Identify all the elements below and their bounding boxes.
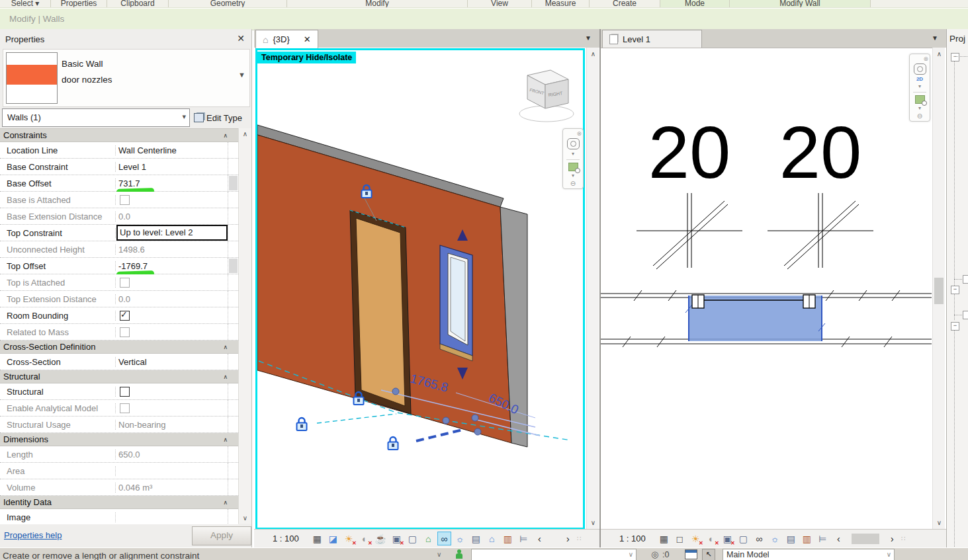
scroll-up-icon[interactable]: ∧	[587, 50, 599, 58]
crop-view-icon[interactable]: ▣✕	[390, 532, 404, 545]
property-value[interactable]: Up to level: Level 2	[116, 225, 228, 241]
worksharing-icon[interactable]	[455, 549, 463, 559]
hscrollbar-thumb[interactable]	[852, 534, 879, 544]
property-value[interactable]: -1769.7	[116, 258, 228, 274]
section-header[interactable]: Structural∧	[0, 370, 238, 383]
property-value-text[interactable]: 0.0	[118, 294, 130, 304]
analytical-model-icon[interactable]: ⌂	[485, 532, 499, 545]
zoom-dropdown-icon[interactable]: ▾	[572, 173, 574, 179]
workset-combo[interactable]: ∨	[471, 549, 637, 560]
property-value[interactable]	[116, 509, 228, 524]
ribbon-panel-clipboard[interactable]: Clipboard	[107, 0, 169, 8]
displacement-sets-icon[interactable]: ▥	[800, 532, 814, 545]
properties-close-icon[interactable]: ✕	[237, 33, 245, 44]
steering-wheel-icon[interactable]	[567, 138, 580, 149]
detail-level-icon[interactable]: ▦	[310, 532, 324, 545]
checkbox[interactable]	[120, 311, 130, 321]
reveal-constraints-icon[interactable]: ⊨	[517, 532, 531, 545]
shadows-icon[interactable]: ◐✕	[358, 532, 372, 545]
door[interactable]	[350, 210, 411, 414]
tab-3d-view[interactable]: ⌂ {3D} ✕	[255, 30, 318, 48]
property-value-text[interactable]: 0.0	[118, 212, 130, 221]
constraint-lock-icon[interactable]	[297, 418, 307, 430]
tab-level1-view[interactable]: Level 1	[602, 30, 702, 48]
property-value-text[interactable]: 0.046 m³	[118, 483, 152, 493]
property-value[interactable]: Level 1	[116, 159, 228, 175]
panel-toggle-icon[interactable]	[685, 549, 697, 559]
property-value[interactable]: Wall Centerline	[116, 142, 228, 158]
navbar-close-icon[interactable]: ⊗	[923, 56, 928, 62]
element-filter-chevron-down-icon[interactable]: ▾	[182, 112, 186, 121]
property-row[interactable]: Image	[0, 509, 238, 524]
constraint-lock-icon[interactable]	[388, 437, 398, 450]
crop-visibility-icon[interactable]: ▢	[406, 532, 419, 545]
property-value-text[interactable]: 650.0	[118, 450, 140, 460]
property-row[interactable]: Room Bounding	[0, 307, 238, 324]
view-item-icon[interactable]	[963, 275, 968, 284]
view3d-vertical-scrollbar[interactable]: ∧ ∨	[586, 48, 599, 529]
visual-style-2d-icon[interactable]: ◻	[673, 532, 687, 545]
grid-intersection-marker[interactable]	[637, 193, 742, 269]
property-value[interactable]: Vertical	[116, 354, 228, 370]
navbar-close-icon[interactable]: ⊗	[576, 130, 582, 137]
displacement-sets-icon[interactable]: ▥	[501, 532, 515, 545]
property-row[interactable]: Top is Attached	[0, 274, 238, 291]
property-value[interactable]: 1498.6	[116, 241, 228, 257]
property-row[interactable]: Base Extension Distance0.0	[0, 208, 238, 225]
view3d-tab-menu-icon[interactable]: ▼	[585, 34, 592, 42]
plan-tab-menu-icon[interactable]: ▼	[932, 34, 938, 42]
properties-help-link[interactable]: Properties help	[4, 530, 62, 540]
status-chevron-down-icon[interactable]: ∨	[437, 551, 441, 558]
grid-label-20-left[interactable]: 20	[648, 111, 731, 194]
combo-chevron-down-icon[interactable]: ∨	[887, 551, 891, 558]
property-row[interactable]: Unconnected Height1498.6	[0, 241, 238, 258]
zoom-dropdown-icon[interactable]: ▾	[918, 105, 921, 111]
visual-style-3d-icon[interactable]: ◪	[326, 532, 340, 545]
reference-line-short[interactable]	[317, 414, 396, 423]
zoom-region-icon[interactable]	[568, 163, 578, 171]
combo-chevron-down-icon[interactable]: ∨	[629, 551, 633, 558]
property-value[interactable]: 0.0	[116, 291, 228, 307]
locked-3d-icon[interactable]: ⌂	[421, 532, 435, 545]
edit-type-button[interactable]: Edit Type	[193, 108, 251, 127]
type-selector[interactable]: Basic Wall door nozzles ▼	[3, 49, 250, 107]
property-row[interactable]: Structural UsageNon-bearing	[0, 417, 238, 433]
resize-grip-icon[interactable]: ∷	[901, 535, 906, 542]
property-value-text[interactable]: Level 1	[118, 162, 146, 172]
scroll-down-icon[interactable]: ∨	[933, 519, 946, 526]
property-value[interactable]	[116, 400, 228, 416]
property-value[interactable]: 0.046 m³	[116, 479, 228, 495]
temp-hide-isolate-active-icon[interactable]: ∞	[437, 532, 451, 545]
property-row[interactable]: Enable Analytical Model	[0, 400, 238, 417]
ribbon-panel-create[interactable]: Create	[590, 0, 660, 8]
crop-visibility-icon[interactable]: ▢	[736, 532, 750, 545]
plan-vertical-scrollbar[interactable]: ∧ ∨	[932, 48, 945, 529]
zoom-region-icon[interactable]	[915, 95, 925, 104]
scroll-down-icon[interactable]: ∨	[587, 519, 599, 526]
type-selector-chevron-down-icon[interactable]: ▼	[238, 71, 245, 79]
property-row[interactable]: Cross-SectionVertical	[0, 354, 238, 370]
sun-path-icon[interactable]: ☀✕	[689, 532, 703, 545]
wheel-dropdown-icon[interactable]: ▾	[918, 83, 921, 89]
ribbon-panel-measure[interactable]: Measure	[532, 0, 590, 8]
crop-view-icon[interactable]: ▣✕	[721, 532, 734, 545]
scroll-left-icon[interactable]: ‹	[832, 532, 846, 545]
property-value[interactable]: Non-bearing	[116, 417, 228, 432]
ribbon-panel-view[interactable]: View	[468, 0, 532, 8]
temp-hide-isolate-icon[interactable]: ∞	[752, 532, 766, 545]
steering-wheel-icon[interactable]	[914, 63, 926, 75]
ribbon-panel-modify-wall[interactable]: Modify Wall	[730, 0, 871, 8]
property-value-text[interactable]: Up to level: Level 2	[116, 225, 228, 241]
element-filter-combo[interactable]: Walls (1) ▾	[2, 108, 190, 127]
view-scale-button[interactable]: 1 : 100	[619, 534, 646, 543]
property-value-text[interactable]: 731.7	[118, 179, 140, 188]
section-header[interactable]: Identity Data∧	[0, 496, 238, 509]
property-value[interactable]	[116, 307, 228, 323]
property-value[interactable]: 650.0	[116, 446, 228, 462]
detail-level-icon[interactable]: ▦	[657, 532, 671, 545]
select-cursor-icon[interactable]: ↖	[702, 549, 715, 560]
scroll-right-icon[interactable]: ›	[885, 532, 899, 545]
property-row[interactable]: Volume0.046 m³	[0, 479, 238, 496]
property-value[interactable]	[116, 324, 228, 340]
property-value-text[interactable]: Vertical	[118, 357, 147, 367]
